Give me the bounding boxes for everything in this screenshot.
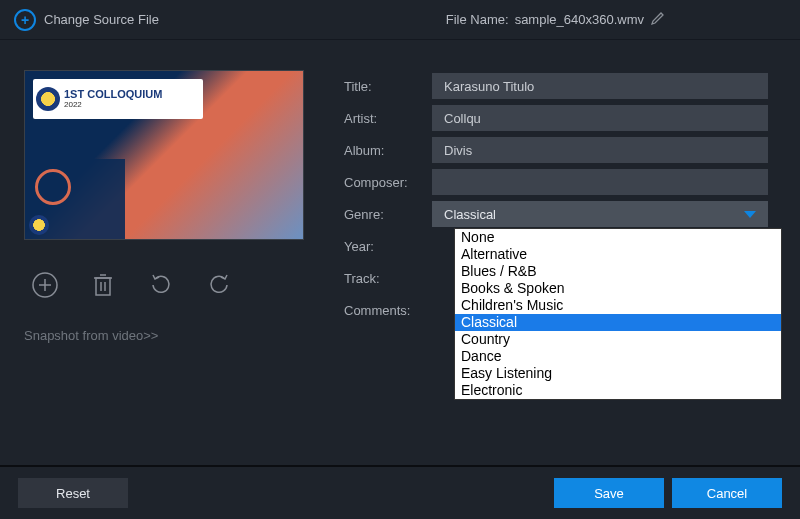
album-row: Album: <box>344 134 776 166</box>
banner-title: COLLOQUIUM <box>87 88 162 100</box>
year-label: Year: <box>344 239 424 254</box>
genre-dropdown[interactable]: NoneAlternativeBlues / R&BBooks & Spoken… <box>454 228 782 400</box>
genre-option[interactable]: Alternative <box>455 246 781 263</box>
genre-option[interactable]: None <box>455 229 781 246</box>
file-name-value: sample_640x360.wmv <box>515 12 644 27</box>
video-thumbnail[interactable]: 1ST COLLOQUIUM 2022 <box>24 70 304 240</box>
file-name-label: File Name: <box>446 12 509 27</box>
svg-rect-3 <box>96 278 110 295</box>
change-source-button[interactable]: + Change Source File <box>14 9 159 31</box>
thumbnail-banner: 1ST COLLOQUIUM 2022 <box>33 79 203 119</box>
bottom-bar: Reset Save Cancel <box>0 465 800 519</box>
genre-option[interactable]: Classical <box>455 314 781 331</box>
genre-option[interactable]: Electronic <box>455 382 781 399</box>
title-row: Title: <box>344 70 776 102</box>
add-thumbnail-button[interactable] <box>30 270 60 300</box>
save-button[interactable]: Save <box>554 478 664 508</box>
banner-prefix: 1ST <box>64 88 84 100</box>
top-bar: + Change Source File File Name: sample_6… <box>0 0 800 40</box>
banner-logo-icon <box>36 87 60 111</box>
genre-select[interactable]: Classical <box>432 201 768 227</box>
genre-option[interactable]: Children's Music <box>455 297 781 314</box>
genre-selected-value: Classical <box>444 207 496 222</box>
artist-input[interactable] <box>432 105 768 131</box>
track-label: Track: <box>344 271 424 286</box>
thumbnail-corner-logo-icon <box>29 215 49 235</box>
file-name-display: File Name: sample_640x360.wmv <box>446 10 666 29</box>
artist-label: Artist: <box>344 111 424 126</box>
banner-year: 2022 <box>64 100 82 109</box>
title-label: Title: <box>344 79 424 94</box>
genre-option[interactable]: Country <box>455 331 781 348</box>
album-input[interactable] <box>432 137 768 163</box>
composer-input[interactable] <box>432 169 768 195</box>
comments-label: Comments: <box>344 303 424 318</box>
edit-filename-button[interactable] <box>650 10 666 29</box>
delete-thumbnail-button[interactable] <box>88 270 118 300</box>
genre-label: Genre: <box>344 207 424 222</box>
genre-row: Genre: Classical <box>344 198 776 230</box>
genre-option[interactable]: Blues / R&B <box>455 263 781 280</box>
title-input[interactable] <box>432 73 768 99</box>
change-source-label: Change Source File <box>44 12 159 27</box>
snapshot-link[interactable]: Snapshot from video>> <box>24 328 304 343</box>
plus-circle-icon: + <box>14 9 36 31</box>
left-panel: 1ST COLLOQUIUM 2022 Snapshot from video>… <box>24 70 304 343</box>
album-label: Album: <box>344 143 424 158</box>
rotate-right-button[interactable] <box>204 270 234 300</box>
rotate-left-button[interactable] <box>146 270 176 300</box>
genre-option[interactable]: Easy Listening <box>455 365 781 382</box>
composer-row: Composer: <box>344 166 776 198</box>
cancel-button[interactable]: Cancel <box>672 478 782 508</box>
genre-option[interactable]: Dance <box>455 348 781 365</box>
thumbnail-toolstrip <box>24 270 304 300</box>
artist-row: Artist: <box>344 102 776 134</box>
chevron-down-icon <box>744 211 756 218</box>
genre-option[interactable]: Books & Spoken <box>455 280 781 297</box>
composer-label: Composer: <box>344 175 424 190</box>
reset-button[interactable]: Reset <box>18 478 128 508</box>
